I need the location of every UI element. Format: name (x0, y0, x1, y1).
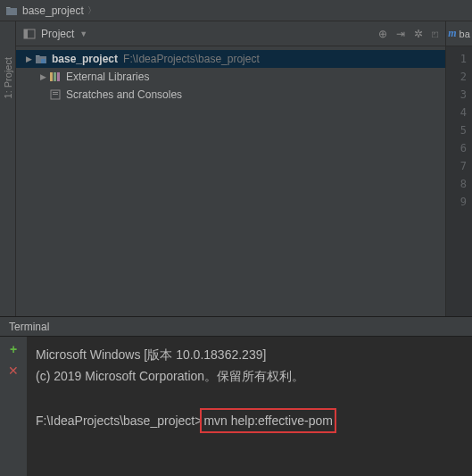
tree-root-row[interactable]: ▶ base_project F:\IdeaProjects\base_proj… (16, 50, 445, 68)
project-panel-header: Project ▼ ⊕ ⇥ ✲ ⏍ (16, 21, 445, 46)
tree-external-libs[interactable]: ▶ External Libraries (16, 68, 445, 86)
hide-icon[interactable]: ⏍ (432, 28, 438, 40)
rail-project-tab[interactable]: 1: Project (3, 57, 13, 98)
terminal-prompt: F:\IdeaProjects\base_project> (36, 413, 202, 428)
editor-area: m ba 1 2 3 4 5 6 7 8 9 (445, 21, 472, 316)
terminal-toolbar: + ✕ (0, 337, 27, 476)
terminal-prompt-line: F:\IdeaProjects\base_project>mvn help:ef… (36, 408, 463, 433)
breadcrumb-project[interactable]: base_project (22, 4, 84, 17)
highlighted-command: mvn help:effective-pom (200, 408, 335, 433)
expand-arrow-icon[interactable]: ▶ (23, 54, 34, 63)
dropdown-arrow-icon[interactable]: ▼ (79, 29, 87, 38)
svg-rect-2 (24, 29, 28, 38)
target-icon[interactable]: ⊕ (378, 28, 387, 40)
chevron-right-icon: 〉 (87, 4, 96, 17)
svg-rect-5 (50, 72, 53, 81)
gear-icon[interactable]: ✲ (414, 28, 423, 40)
line-number: 3 (446, 86, 467, 104)
svg-rect-7 (57, 72, 60, 81)
line-number: 1 (446, 50, 467, 68)
editor-tab-label: ba (460, 29, 470, 39)
scratches-icon (48, 89, 62, 100)
project-panel-title[interactable]: Project (41, 28, 74, 40)
breadcrumb: base_project 〉 (0, 0, 472, 21)
tree-root-path: F:\IdeaProjects\base_project (123, 53, 260, 65)
terminal-line: Microsoft Windows [版本 10.0.18362.239] (36, 344, 463, 365)
tree-root-name: base_project (52, 53, 118, 65)
editor-tab[interactable]: m ba (446, 21, 472, 46)
svg-rect-6 (54, 72, 56, 81)
terminal-tool-window: Terminal + ✕ Microsoft Windows [版本 10.0.… (0, 316, 472, 476)
line-number: 8 (446, 175, 467, 193)
tree-scratches-label: Scratches and Consoles (66, 88, 182, 101)
project-tree: ▶ base_project F:\IdeaProjects\base_proj… (16, 46, 445, 107)
terminal-header[interactable]: Terminal (0, 317, 472, 337)
svg-rect-10 (53, 94, 58, 95)
maven-file-icon: m (448, 27, 456, 40)
tree-external-libs-label: External Libraries (66, 71, 149, 83)
close-session-button[interactable]: ✕ (8, 363, 19, 378)
module-folder-icon (34, 54, 48, 64)
svg-rect-0 (6, 8, 17, 15)
line-number: 5 (446, 121, 467, 139)
expand-arrow-icon[interactable]: ▶ (37, 72, 48, 81)
line-number: 9 (446, 193, 467, 211)
project-tool-window: Project ▼ ⊕ ⇥ ✲ ⏍ ▶ base_project F:\Idea… (16, 21, 445, 316)
line-number: 2 (446, 68, 467, 86)
line-number: 7 (446, 157, 467, 175)
line-number: 4 (446, 104, 467, 121)
main-area: 1: Project Project ▼ ⊕ ⇥ ✲ ⏍ ▶ (0, 21, 472, 316)
left-tool-rail: 1: Project (0, 21, 16, 316)
svg-rect-4 (41, 59, 46, 63)
line-number: 6 (446, 139, 467, 157)
collapse-icon[interactable]: ⇥ (396, 28, 405, 40)
terminal-output[interactable]: Microsoft Windows [版本 10.0.18362.239] (c… (27, 337, 472, 476)
libraries-icon (48, 71, 62, 82)
project-view-icon (23, 28, 36, 40)
tree-scratches[interactable]: Scratches and Consoles (16, 86, 445, 104)
terminal-title: Terminal (9, 321, 49, 333)
folder-icon (5, 5, 18, 16)
new-session-button[interactable]: + (10, 342, 17, 356)
terminal-line: (c) 2019 Microsoft Corporation。保留所有权利。 (36, 365, 463, 387)
svg-rect-9 (53, 92, 58, 93)
editor-gutter: 1 2 3 4 5 6 7 8 9 (446, 46, 472, 316)
